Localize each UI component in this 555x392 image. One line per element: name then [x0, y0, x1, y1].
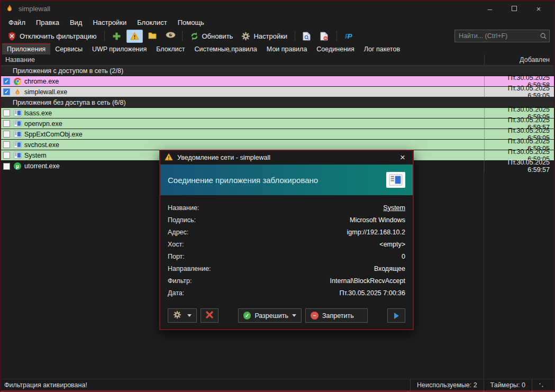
- status-bar: Фильтрация активирована! Неиспользуемые:…: [1, 379, 554, 390]
- row-checkbox[interactable]: [3, 88, 10, 95]
- red-x-icon: [206, 311, 213, 320]
- chevron-down-icon: [187, 314, 192, 317]
- dialog-close-button[interactable]: ×: [397, 152, 408, 163]
- row-checkbox[interactable]: [3, 120, 10, 127]
- column-added[interactable]: Добавлен: [484, 54, 554, 65]
- field-label: Фильтр:: [168, 277, 192, 285]
- maximize-button[interactable]: [512, 6, 517, 11]
- row-checkbox[interactable]: [3, 163, 10, 170]
- row-checkbox[interactable]: [3, 141, 10, 148]
- row-name: svchost.exe: [24, 141, 484, 149]
- svg-text:P: P: [348, 32, 352, 40]
- menu-view[interactable]: Вид: [65, 17, 88, 28]
- table-row-simplewall[interactable]: simplewall.exe Пт.30.05.2025 6:59:05: [1, 87, 554, 97]
- allow-button[interactable]: ✓ Разрешить: [238, 308, 302, 323]
- tab-user-rules[interactable]: Мои правила: [262, 43, 312, 54]
- tab-connections[interactable]: Соединения: [312, 43, 359, 54]
- windows-app-icon: [13, 130, 22, 139]
- flame-icon: [5, 4, 14, 13]
- tab-blocklist[interactable]: Блоклист: [151, 43, 189, 54]
- hidden-apps-button[interactable]: [162, 30, 178, 42]
- eye-icon: [166, 32, 175, 41]
- tab-system-rules[interactable]: Системные правила: [190, 43, 262, 54]
- deny-label: Запретить: [322, 312, 354, 320]
- window-titlebar: simplewall – ×: [1, 1, 554, 16]
- search-input[interactable]: [454, 30, 550, 42]
- menu-settings[interactable]: Настройки: [87, 17, 132, 28]
- field-date: Дата: Пт.30.05.2025 7:00:36: [168, 287, 405, 299]
- dialog-titlebar: Уведомление сети - simplewall ×: [160, 151, 413, 165]
- dismiss-button[interactable]: [201, 308, 219, 323]
- app-window-icon: [386, 172, 405, 188]
- clear-log-button[interactable]: [317, 30, 332, 42]
- document-delete-icon: [320, 32, 329, 41]
- window-title: simplewall: [19, 5, 50, 13]
- field-value-link[interactable]: System: [383, 204, 405, 212]
- status-timers: Таймеры: 0: [484, 379, 532, 390]
- field-label: Хост:: [168, 241, 184, 248]
- menu-help[interactable]: Помощь: [172, 17, 210, 28]
- field-value: igmp://192.168.10.2: [347, 229, 406, 236]
- row-name: lsass.exe: [24, 110, 484, 117]
- field-address: Адрес: igmp://192.168.10.2: [168, 226, 405, 238]
- disable-filtering-button[interactable]: Отключить фильтрацию: [4, 30, 100, 42]
- table-row-lsass[interactable]: lsass.exe Пт.30.05.2025 6:59:05: [1, 108, 554, 118]
- chevron-up-icon: [229, 51, 231, 54]
- row-name: openvpn.exe: [24, 120, 484, 127]
- table-row-sppextcomobj[interactable]: SppExtComObj.exe Пт.30.05.2025 6:59:05: [1, 129, 554, 140]
- field-signature: Подпись: Microsoft Windows: [168, 214, 405, 226]
- dialog-fields: Название: System Подпись: Microsoft Wind…: [160, 195, 413, 299]
- field-value: <empty>: [379, 241, 405, 248]
- utorrent-icon: µ: [13, 162, 22, 170]
- next-notification-button[interactable]: [387, 308, 405, 323]
- close-button[interactable]: ×: [535, 4, 542, 13]
- add-app-button[interactable]: [109, 30, 124, 42]
- table-row-chrome[interactable]: chrome.exe Пт.30.05.2025 6:59:58: [1, 76, 554, 87]
- menu-blocklist[interactable]: Блоклист: [132, 17, 172, 28]
- minimize-button[interactable]: –: [486, 4, 494, 13]
- tab-packet-log[interactable]: Лог пакетов: [359, 43, 405, 54]
- column-name[interactable]: Название: [1, 56, 484, 63]
- row-checkbox[interactable]: [3, 78, 10, 85]
- tab-applications[interactable]: Приложения: [2, 43, 50, 54]
- show-apps-button[interactable]: [145, 30, 160, 42]
- tab-bar: Приложения Сервисы UWP приложения Блокли…: [1, 43, 554, 54]
- network-notification-dialog: Уведомление сети - simplewall × Соединен…: [159, 150, 414, 330]
- status-message: Фильтрация активирована!: [1, 381, 410, 389]
- row-date: Пт.30.05.2025 6:59:05: [484, 87, 554, 97]
- group-header-blocked[interactable]: Приложения без доступа в сеть (6/8): [1, 97, 554, 108]
- field-host: Хост: <empty>: [168, 238, 405, 250]
- menu-edit[interactable]: Правка: [31, 17, 65, 28]
- search-icon: [540, 32, 547, 40]
- field-value: Microsoft Windows: [350, 216, 405, 224]
- table-row-svchost[interactable]: svchost.exe Пт.30.05.2025 6:59:05: [1, 140, 554, 150]
- allow-label: Разрешить: [254, 312, 288, 320]
- row-checkbox[interactable]: [3, 152, 10, 159]
- field-filter: Фильтр: Internal\BlockRecvAccept: [168, 275, 405, 287]
- rule-options-split-button[interactable]: [168, 308, 197, 323]
- refresh-button[interactable]: Обновить: [187, 30, 236, 42]
- deny-button[interactable]: – Запретить: [305, 308, 368, 323]
- table-header: Название Добавлен: [1, 54, 554, 66]
- group-header-allowed[interactable]: Приложения с доступом в сеть (2/8): [1, 66, 554, 76]
- tab-uwp-apps[interactable]: UWP приложения: [87, 43, 151, 54]
- resize-grip[interactable]: [532, 379, 554, 390]
- row-checkbox[interactable]: [3, 131, 10, 138]
- menu-file[interactable]: Файл: [3, 17, 31, 28]
- windows-app-icon: [13, 151, 22, 160]
- field-label: Адрес:: [168, 229, 188, 236]
- settings-button[interactable]: Настройки: [238, 30, 290, 42]
- simplewall-window: simplewall – × Файл Правка Вид Настройки…: [0, 0, 555, 392]
- paypal-icon: PP: [344, 32, 353, 41]
- open-log-button[interactable]: [299, 30, 315, 42]
- chevron-down-icon: [292, 314, 296, 317]
- donate-button[interactable]: PP: [341, 30, 357, 42]
- tab-services[interactable]: Сервисы: [50, 43, 87, 54]
- chrome-icon: [13, 77, 22, 86]
- row-checkbox[interactable]: [3, 110, 10, 116]
- show-notifications-toggle[interactable]: [126, 30, 143, 43]
- field-label: Направление:: [168, 265, 211, 272]
- table-row-openvpn[interactable]: openvpn.exe Пт.30.05.2025 6:59:57: [1, 118, 554, 129]
- row-name: chrome.exe: [24, 78, 484, 85]
- row-name: SppExtComObj.exe: [24, 131, 484, 138]
